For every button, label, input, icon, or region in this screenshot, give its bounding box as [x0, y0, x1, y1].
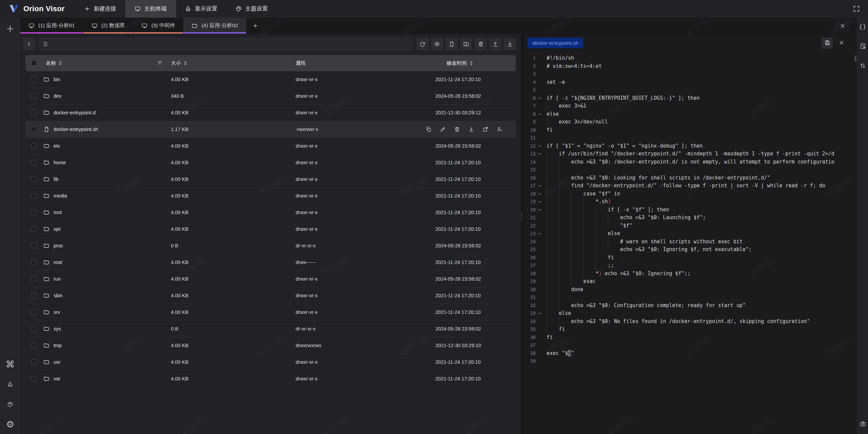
terminal-tab[interactable]: (4) 应用-分析02	[183, 18, 246, 34]
close-editor-button[interactable]	[836, 37, 847, 49]
sort-mtime-button[interactable]	[470, 61, 473, 65]
file-new-button[interactable]	[446, 38, 458, 50]
file-name-cell[interactable]: run	[42, 276, 170, 282]
fold-chevron-icon[interactable]	[536, 94, 543, 102]
row-checkbox[interactable]	[31, 93, 37, 99]
edit-icon[interactable]	[440, 126, 446, 132]
row-checkbox[interactable]	[31, 343, 37, 348]
fold-chevron-icon[interactable]	[536, 182, 543, 190]
stamp-button[interactable]	[5, 379, 15, 390]
code-line[interactable]: 13 if /usr/bin/find "/docker-entrypoint.…	[524, 150, 857, 158]
code-line[interactable]: 31	[524, 294, 857, 302]
copy-icon[interactable]	[426, 126, 432, 132]
close-all-tabs-button[interactable]	[835, 18, 850, 34]
fold-chevron-icon[interactable]	[536, 206, 543, 214]
editor-scrollbar-thumb[interactable]	[854, 56, 856, 62]
file-name-cell[interactable]: bin	[42, 76, 170, 82]
column-header-mtime[interactable]: 修改时间	[434, 60, 516, 67]
nav-item[interactable]: 新建连接	[75, 0, 125, 18]
nav-item[interactable]: 主题设置	[226, 0, 277, 18]
code-line[interactable]: 29 esac	[524, 278, 857, 286]
file-row[interactable]: etc4.00 KBdrwxr-xr-x2024-05-28 23:58:02	[25, 138, 516, 154]
code-line[interactable]: 14 echo >&3 "$0: /docker-entrypoint.d/ i…	[524, 158, 857, 166]
row-checkbox[interactable]	[31, 176, 37, 182]
gear-button[interactable]: ⚙	[5, 419, 15, 430]
file-name-cell[interactable]: etc	[42, 143, 170, 149]
code-line[interactable]: 7 exec 3>&1	[524, 102, 857, 110]
file-row[interactable]: home4.00 KBdrwxr-xr-x2021-11-24 17:20:10	[25, 154, 516, 171]
file-name-cell[interactable]: proc	[42, 243, 170, 249]
row-checkbox[interactable]	[31, 160, 37, 165]
permission-icon[interactable]	[497, 126, 503, 132]
doc-bookmark-button[interactable]	[858, 41, 868, 51]
column-header-size[interactable]: 大小	[170, 60, 295, 67]
code-line[interactable]: 30 done	[524, 286, 857, 294]
nav-item[interactable]: 显示设置	[176, 0, 226, 18]
file-name-cell[interactable]: lib	[42, 176, 170, 182]
row-checkbox[interactable]	[31, 309, 37, 315]
file-row[interactable]: tmp4.00 KBdrwxrwxrwx2021-12-30 03:29:10	[25, 337, 516, 354]
filter-icon[interactable]	[157, 60, 162, 66]
fold-chevron-icon[interactable]	[536, 190, 543, 198]
file-name-cell[interactable]: srv	[42, 309, 170, 315]
code-line[interactable]: 11	[524, 134, 857, 142]
swap-button[interactable]	[858, 61, 868, 70]
row-checkbox[interactable]	[31, 127, 37, 132]
file-row[interactable]: media4.00 KBdrwxr-xr-x2021-11-24 17:20:1…	[25, 188, 516, 204]
code-line[interactable]: 27 ;;	[524, 262, 857, 270]
file-row[interactable]: root4.00 KBdrwx------2021-11-24 17:20:10	[25, 254, 516, 271]
file-row[interactable]: proc0 Bdr-xr-xr-x2024-05-28 23:58:02	[25, 238, 516, 254]
sort-name-button[interactable]	[59, 61, 62, 65]
code-line[interactable]: 21 echo >&3 "$0: Launching $f";	[524, 214, 857, 222]
folder-new-button[interactable]	[460, 38, 472, 50]
terminal-tab[interactable]: (1) 应用-分析01	[20, 18, 83, 34]
file-row[interactable]: run4.00 KBdrwxr-xr-x2024-05-28 23:58:02	[25, 271, 516, 287]
code-line[interactable]: 32 echo >&3 "$0: Configuration complete;…	[524, 302, 857, 310]
column-header-name[interactable]: 名称	[42, 60, 170, 67]
code-line[interactable]: 6if [ -z "${NGINX_ENTRYPOINT_QUIET_LOGS:…	[524, 94, 857, 102]
transfer-icon[interactable]	[482, 126, 489, 132]
open-file-chip[interactable]: docker-entrypoint.sh	[528, 38, 583, 48]
code-line[interactable]: 4set -e	[524, 78, 857, 87]
code-line[interactable]: 12if [ "$1" = "nginx" -o "$1" = "nginx-d…	[524, 142, 857, 150]
file-row[interactable]: lib4.00 KBdrwxr-xr-x2021-11-24 17:20:10	[25, 171, 516, 188]
code-line[interactable]: 37	[524, 341, 857, 350]
code-line[interactable]: 22 "$f"	[524, 222, 857, 230]
file-name-cell[interactable]: sys	[42, 326, 170, 332]
file-row[interactable]: sys0 Bdr-xr-xr-x2024-05-28 23:58:02	[25, 321, 516, 337]
file-name-cell[interactable]: sbin	[42, 293, 170, 299]
row-checkbox[interactable]	[31, 143, 37, 149]
file-row[interactable]: docker-entrypoint.sh1.17 KB-rwxrwxr-x	[25, 121, 516, 138]
code-line[interactable]: 25 echo >&3 "$0: Ignoring $f, not execut…	[524, 246, 857, 254]
row-checkbox[interactable]	[31, 77, 37, 82]
download-button[interactable]	[504, 38, 516, 50]
code-line[interactable]: 33 else	[524, 309, 857, 318]
file-name-cell[interactable]: mnt	[42, 209, 170, 215]
file-name-cell[interactable]: home	[42, 159, 170, 166]
add-tab-button[interactable]	[246, 18, 264, 34]
file-name-cell[interactable]: tmp	[42, 342, 170, 348]
code-line[interactable]: 26 fi	[524, 254, 857, 262]
row-checkbox[interactable]	[31, 193, 37, 199]
file-row[interactable]: bin4.00 KBdrwxr-xr-x2021-11-24 17:20:10	[25, 71, 516, 88]
code-line[interactable]: 23 else	[524, 230, 857, 238]
row-checkbox[interactable]	[31, 376, 37, 381]
fold-chevron-icon[interactable]	[536, 230, 543, 238]
file-name-cell[interactable]: dev	[42, 93, 170, 99]
eye-button[interactable]	[431, 38, 443, 50]
file-name-cell[interactable]: docker-entrypoint.sh	[42, 126, 170, 132]
terminal-tab[interactable]: (3) 中间件	[133, 18, 183, 34]
file-row[interactable]: docker-entrypoint.d4.00 KBdrwxr-xr-x2021…	[25, 105, 516, 121]
file-row[interactable]: usr4.00 KBdrwxr-xr-x2021-11-24 17:20:10	[25, 354, 516, 371]
row-checkbox[interactable]	[31, 359, 37, 365]
code-line[interactable]: 5	[524, 86, 857, 94]
file-name-cell[interactable]: usr	[42, 359, 170, 365]
row-checkbox[interactable]	[31, 260, 37, 265]
row-checkbox[interactable]	[31, 210, 37, 215]
file-name-cell[interactable]: opt	[42, 226, 170, 232]
terminal-tab[interactable]: (2) 数据库	[83, 18, 134, 34]
palette-button[interactable]	[5, 399, 15, 410]
fold-chevron-icon[interactable]	[536, 198, 543, 206]
sort-size-button[interactable]	[184, 61, 187, 65]
row-checkbox[interactable]	[31, 326, 37, 332]
